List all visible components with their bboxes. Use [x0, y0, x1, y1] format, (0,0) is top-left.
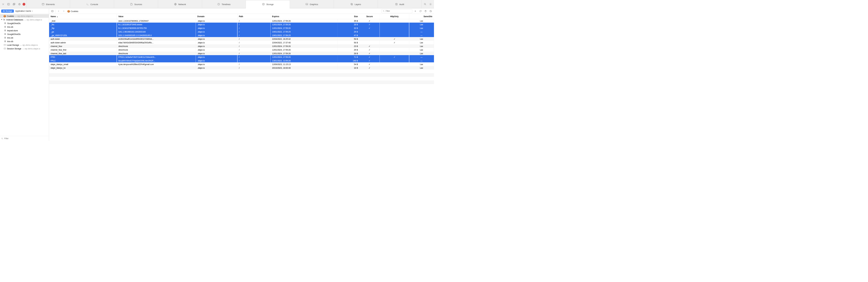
col-domain[interactable]: Domain [196, 14, 238, 19]
table-row[interactable]: _dciddcid.1.1634107869901.173929447.stap… [49, 19, 434, 23]
toggle-sidebar-icon[interactable] [50, 9, 55, 13]
content-filter-input[interactable] [386, 10, 411, 12]
tree-item-cookies[interactable]: 🍪Cookies — wp-demo.stape.io [0, 14, 49, 18]
settings-icon[interactable] [428, 2, 433, 6]
cell-secure [360, 48, 380, 52]
tree-item-tmx-db[interactable]: tmx-db [0, 36, 49, 39]
close-icon[interactable] [1, 2, 5, 6]
cell-domain: .stape.io [196, 66, 238, 70]
tab-timelines[interactable]: Timelines [202, 0, 246, 8]
refresh-icon[interactable] [418, 9, 423, 13]
tab-console[interactable]: Console [70, 0, 114, 8]
reload-ignoring-cache-icon[interactable] [17, 2, 22, 6]
tab-network[interactable]: Network [158, 0, 202, 8]
col-size[interactable]: Size [338, 14, 360, 19]
popout-icon[interactable] [12, 2, 16, 6]
scope-all-storage-pill[interactable]: All Storage [1, 10, 14, 13]
tree-item-indexed-databases[interactable]: Indexed Databases — wp-demo.stape.io [0, 18, 49, 21]
cell-name: stape_klaviyo_email [49, 62, 117, 66]
tree-item-tmx-db[interactable]: tmx-db [0, 25, 49, 29]
cell-path: / [237, 59, 270, 62]
cell-expires: 19/01/2022, 17:59:25 [271, 33, 338, 37]
tree-item-session-storage[interactable]: Session Storage — wp-demo.stape.io [0, 47, 49, 50]
table-row[interactable]: _fbpfb.1.1634107869999.697951759.stape.i… [49, 26, 434, 30]
tab-layers[interactable]: Layers [334, 0, 378, 8]
table-row[interactable]: channel_flow_firstdirect/none.stape.io/1… [49, 48, 434, 52]
tab-audit[interactable]: Audit [378, 0, 422, 8]
col-httponly[interactable]: HttpOnly [380, 14, 409, 19]
table-row[interactable]: _gaGA1.1.981980163.1642003166.stape.io/1… [49, 30, 434, 33]
tree-item-label: tmx-db [7, 36, 13, 39]
table-row[interactable]: channel_flowdirect/none.stape.io/12/01/2… [49, 44, 434, 48]
cell-size: 16 B [338, 66, 360, 70]
audit-icon [395, 3, 398, 5]
cell-value: GA1.1.981980163.1642003166 [117, 30, 195, 33]
table-row[interactable]: stape_klaviyo_kx.stape.io/20/10/2023, 18… [49, 66, 434, 70]
cell-expires: 12/01/2024, 17:59:26 [271, 55, 338, 59]
search-icon[interactable] [423, 2, 427, 6]
disclosure-icon[interactable] [1, 19, 2, 20]
cell-samesite [409, 33, 434, 37]
cell-expires: 12/01/2024, 17:59:26 [271, 48, 338, 52]
table-row[interactable]: auth-token-admine0ac7d643d38485534399f0a… [49, 41, 434, 44]
table-row[interactable]: FPLCkkcqNKiV84xE3T4qhj0e81fWL4en3%2F....… [49, 59, 434, 62]
dock-side-icon[interactable] [6, 2, 11, 6]
tree-item-label: Cookies [7, 15, 14, 17]
table-row[interactable]: _fbcfb.1.1631891873440.eeeee.stape.io/12… [49, 23, 434, 26]
tree-item-local-storage[interactable]: Local Storage — wp-demo.stape.io [0, 43, 49, 47]
cell-httponly [380, 26, 409, 30]
svg-rect-20 [4, 44, 6, 46]
cell-httponly [380, 48, 409, 52]
table-row[interactable]: FPIDFPID2.2.le9w6eT202Y1bHE1U7sNxnrk%...… [49, 55, 434, 59]
tree-item-googledriveds[interactable]: GoogleDriveDs [0, 32, 49, 36]
svg-rect-0 [7, 3, 10, 5]
tree-item-origin: — wp-demo.stape.io [20, 44, 38, 46]
clear-all-icon[interactable] [429, 9, 433, 13]
tab-sources[interactable]: Sources [114, 0, 158, 8]
tree-item-tmx-db[interactable]: tmx-db [0, 39, 49, 43]
cell-value: fb.1.1631891873440.eeeee [117, 23, 195, 26]
svg-rect-4 [42, 3, 44, 5]
cell-value: kkcqNKiV84xE3T4qhj0e81fWL4en3%2F... [117, 59, 195, 62]
cell-expires: 12/01/2024, 17:59:26 [271, 23, 338, 26]
tree-item-googledriveds[interactable]: GoogleDriveDs [0, 21, 49, 25]
tab-storage[interactable]: Storage [246, 0, 290, 8]
add-cookie-icon[interactable] [413, 9, 417, 13]
col-path[interactable]: Path [237, 14, 270, 19]
tab-graphics[interactable]: Graphics [290, 0, 334, 8]
cell-size: 71 B [338, 55, 360, 59]
cell-secure [360, 26, 380, 30]
scope-select[interactable]: Application Cache [16, 10, 33, 12]
cell-path: / [237, 30, 270, 33]
filter-icon [1, 137, 3, 139]
devtools-tabs: ElementsConsoleSourcesNetworkTimelinesSt… [26, 0, 422, 8]
col-value[interactable]: Value [117, 14, 195, 19]
cell-path: / [237, 55, 270, 59]
table-row[interactable]: stape_klaviyo_emailiryna.denysova%2Btest… [49, 62, 434, 66]
nav-back-icon[interactable] [57, 9, 61, 13]
cell-value: e0ac7d643d38485534399f0a2593df9c... [117, 41, 195, 44]
cell-size: 146 B [338, 59, 360, 62]
table-row[interactable]: _ga_VM9YCFJZ0LGS1.1.1642003165.1.0.16420… [49, 33, 434, 37]
col-secure[interactable]: Secure [360, 14, 380, 19]
tree-item-keyval-store[interactable]: keyval-store [0, 29, 49, 32]
tab-elements[interactable]: Elements [26, 0, 70, 8]
toolbar-right-controls [422, 0, 434, 8]
table-row[interactable]: auth-tokeneb39229baff1b410e9f9943f107268… [49, 37, 434, 41]
nav-forward-icon[interactable] [62, 9, 66, 13]
tree-item-origin: — wp-demo.stape.io [15, 15, 33, 17]
col-name[interactable]: Name▲ [49, 14, 117, 19]
col-samesite[interactable]: SameSite [409, 14, 434, 19]
cell-domain: .stape.io [196, 26, 238, 30]
cell-name: _ga [49, 30, 117, 33]
col-expires[interactable]: Expires [271, 14, 338, 19]
sidebar-filter-input[interactable] [4, 137, 48, 140]
tab-label: Audit [399, 3, 404, 5]
cell-domain: .stape.io [196, 33, 238, 37]
table-row[interactable]: channel_flow_lastdirect/none.stape.io/12… [49, 52, 434, 55]
cell-name: _dcid [49, 19, 117, 23]
error-badge[interactable]: ! [23, 3, 25, 5]
cell-httponly [380, 44, 409, 48]
delete-icon[interactable] [424, 9, 428, 13]
cell-size: 29 B [338, 48, 360, 52]
